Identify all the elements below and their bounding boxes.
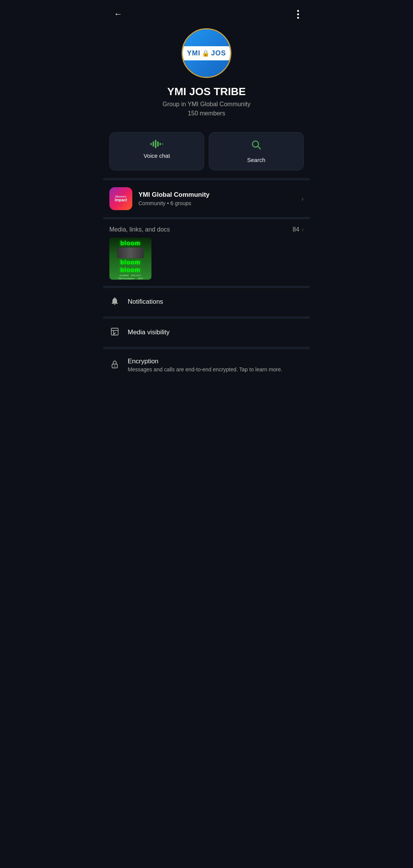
avatar-logo: YMI 🔒 JOS	[182, 46, 231, 60]
media-title: Media, links, and docs	[109, 226, 170, 233]
avatar-background: YMI 🔒 JOS	[183, 29, 230, 77]
notifications-item[interactable]: Notifications	[103, 288, 310, 316]
community-name: YMI Global Community	[138, 191, 295, 199]
svg-rect-2	[155, 140, 156, 148]
svg-line-7	[258, 147, 261, 149]
notifications-icon	[109, 296, 120, 308]
svg-point-10	[114, 365, 115, 366]
media-visibility-item[interactable]: Media visibility	[103, 319, 310, 347]
profile-section: YMI 🔒 JOS YMI JOS TRIBE Group in YMI Glo…	[103, 28, 310, 128]
notifications-label: Notifications	[128, 298, 304, 306]
jos-text: JOS	[211, 49, 226, 57]
media-visibility-content: Media visibility	[128, 329, 304, 337]
search-icon	[251, 139, 262, 153]
chevron-right-icon: ›	[301, 195, 304, 203]
community-info: YMI Global Community Community • 6 group…	[138, 191, 295, 206]
encryption-sublabel: Messages and calls are end-to-end encryp…	[128, 366, 304, 374]
svg-rect-4	[159, 143, 161, 145]
encryption-label: Encryption	[128, 358, 304, 365]
group-name: YMI JOS TRIBE	[167, 86, 246, 98]
encryption-icon	[109, 360, 120, 371]
ymi-text: YMI	[187, 49, 200, 57]
back-button[interactable]: ←	[111, 6, 125, 22]
encryption-item[interactable]: Encryption Messages and calls are end-to…	[103, 349, 310, 382]
community-meta: Community • 6 groups	[138, 200, 295, 206]
media-thumb-1[interactable]: bloom bloom bloom 10:00AM 5TH OCT. YMI F…	[109, 238, 151, 280]
search-label: Search	[247, 157, 265, 163]
svg-rect-5	[162, 144, 163, 144]
voice-chat-button[interactable]: Voice chat	[109, 132, 204, 170]
svg-rect-0	[150, 143, 152, 145]
more-options-button[interactable]	[294, 7, 302, 22]
more-dots-icon	[297, 10, 299, 19]
header: ←	[103, 0, 310, 28]
community-item[interactable]: Memoirs Impact YMI Global Community Comm…	[103, 180, 310, 217]
svg-rect-1	[153, 141, 154, 147]
action-buttons: Voice chat Search	[103, 128, 310, 178]
group-subtitle: Group in YMI Global Community	[163, 101, 250, 108]
avatar: YMI 🔒 JOS	[182, 28, 231, 78]
media-section: Media, links, and docs 84 › bloom bloom …	[103, 219, 310, 286]
media-visibility-label: Media visibility	[128, 329, 304, 336]
svg-point-6	[252, 141, 259, 147]
voice-chat-icon	[150, 139, 163, 149]
media-header[interactable]: Media, links, and docs 84 ›	[103, 219, 310, 238]
svg-rect-3	[157, 141, 159, 147]
media-visibility-icon	[109, 327, 120, 338]
search-button[interactable]: Search	[209, 132, 304, 170]
media-image-1: bloom bloom bloom 10:00AM 5TH OCT. YMI F…	[109, 238, 151, 280]
community-icon: Memoirs Impact	[109, 187, 132, 210]
lock-icon: 🔒	[202, 50, 210, 57]
encryption-content: Encryption Messages and calls are end-to…	[128, 358, 304, 374]
media-chevron-icon: ›	[302, 226, 304, 233]
notifications-content: Notifications	[128, 298, 304, 306]
media-thumbnails: bloom bloom bloom 10:00AM 5TH OCT. YMI F…	[103, 238, 310, 286]
voice-chat-label: Voice chat	[143, 152, 170, 159]
svg-rect-8	[111, 328, 118, 335]
media-count: 84 ›	[293, 226, 304, 233]
members-count: 150 members	[188, 110, 225, 117]
